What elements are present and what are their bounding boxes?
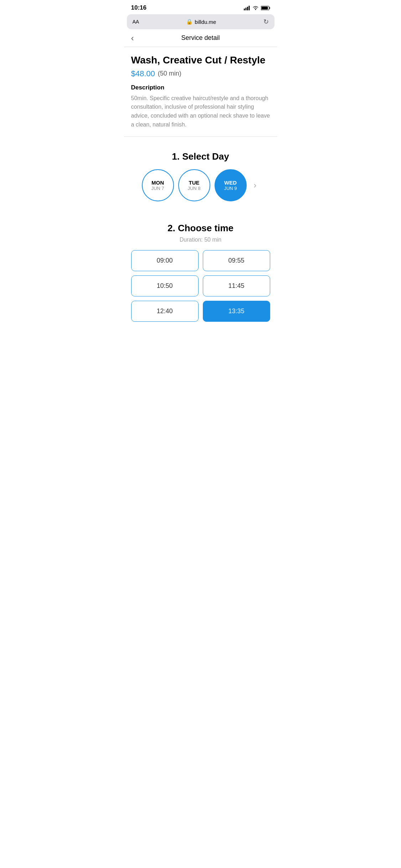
browser-aa: AA: [133, 19, 139, 25]
time-slot-5[interactable]: 13:35: [203, 301, 270, 322]
day-date-0: JUN 7: [151, 186, 164, 191]
content-area: Wash, Creative Cut / Restyle $48.00 (50 …: [124, 47, 277, 129]
svg-rect-1: [245, 7, 246, 10]
day-selector: MONJUN 7TUEJUN 8WEDJUN 9›: [131, 169, 270, 201]
day-circle-0[interactable]: MONJUN 7: [142, 169, 174, 201]
time-slot-0[interactable]: 09:00: [131, 250, 199, 271]
wifi-icon: [252, 5, 259, 10]
browser-url: 🔒 billdu.me: [186, 19, 216, 25]
battery-icon: [261, 6, 270, 10]
description-text: 50min. Specific creative haircut/restyle…: [131, 94, 270, 129]
svg-rect-0: [244, 9, 245, 10]
description-label: Description: [131, 84, 270, 91]
lock-icon: 🔒: [186, 19, 193, 25]
svg-rect-3: [248, 6, 250, 10]
svg-rect-7: [261, 6, 268, 9]
day-name-0: MON: [151, 180, 164, 186]
status-bar: 10:16: [124, 0, 277, 14]
signal-icon: [244, 6, 250, 10]
browser-bar[interactable]: AA 🔒 billdu.me ↻: [127, 14, 274, 29]
time-slot-1[interactable]: 09:55: [203, 250, 270, 271]
svg-point-4: [255, 9, 256, 10]
select-day-section: 1. Select Day MONJUN 7TUEJUN 8WEDJUN 9› …: [124, 137, 277, 336]
day-circle-2[interactable]: WEDJUN 9: [215, 169, 247, 201]
refresh-button[interactable]: ↻: [263, 18, 269, 26]
time-grid: 09:0009:5510:5011:4512:4013:35: [131, 250, 270, 329]
back-button[interactable]: ‹: [131, 33, 134, 43]
time-slot-4[interactable]: 12:40: [131, 301, 199, 322]
service-title: Wash, Creative Cut / Restyle: [131, 54, 270, 66]
choose-time-title: 2. Choose time: [131, 223, 270, 234]
next-day-arrow[interactable]: ›: [251, 177, 259, 193]
day-date-2: JUN 9: [224, 186, 237, 191]
svg-rect-6: [269, 7, 270, 9]
day-date-1: JUN 8: [187, 186, 200, 191]
day-name-2: WED: [224, 180, 237, 186]
select-day-title: 1. Select Day: [131, 151, 270, 162]
select-day-content: 1. Select Day MONJUN 7TUEJUN 8WEDJUN 9›: [131, 144, 270, 216]
day-name-1: TUE: [189, 180, 200, 186]
nav-header: ‹ Service detail: [124, 29, 277, 47]
status-icons: [244, 5, 270, 10]
page-title: Service detail: [181, 34, 220, 42]
status-time: 10:16: [131, 4, 146, 11]
choose-time-section: 2. Choose time Duration: 50 min 09:0009:…: [131, 216, 270, 336]
service-price: $48.00: [131, 69, 155, 78]
duration-subtitle: Duration: 50 min: [131, 237, 270, 243]
time-slot-2[interactable]: 10:50: [131, 275, 199, 296]
time-slot-3[interactable]: 11:45: [203, 275, 270, 296]
service-price-row: $48.00 (50 min): [131, 69, 270, 78]
svg-rect-2: [247, 7, 248, 10]
url-text: billdu.me: [195, 19, 216, 25]
day-circle-1[interactable]: TUEJUN 8: [178, 169, 210, 201]
service-duration: (50 min): [158, 70, 181, 77]
